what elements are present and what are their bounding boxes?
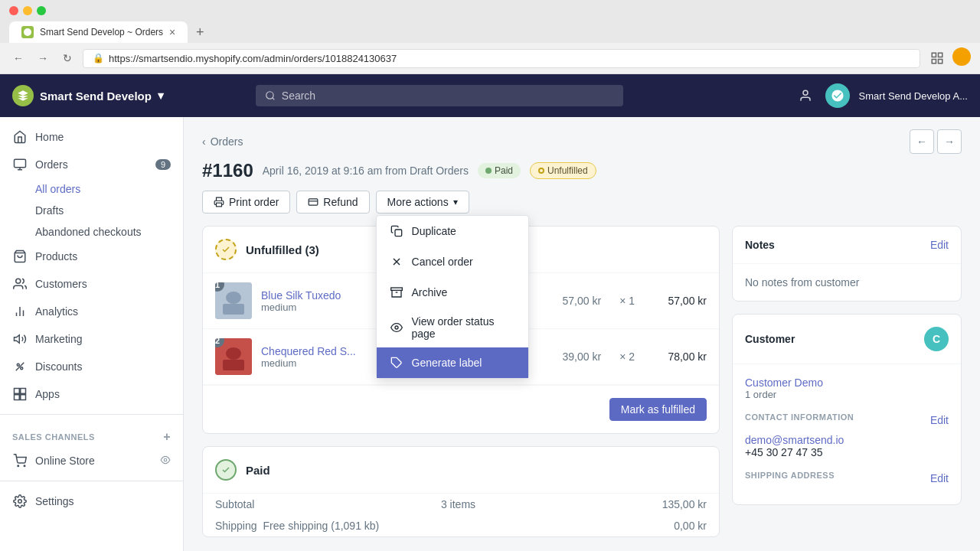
sidebar-item-home[interactable]: Home	[0, 123, 183, 151]
sidebar-item-orders[interactable]: Orders 9	[0, 151, 183, 178]
sidebar-item-abandoned[interactable]: Abandoned checkouts	[35, 221, 183, 243]
product-qty-1: × 1	[619, 295, 635, 307]
subtotal-items: 3 items	[441, 498, 475, 510]
sidebar-item-settings[interactable]: Settings	[0, 487, 183, 515]
notes-edit-button[interactable]: Edit	[930, 239, 949, 251]
forward-button[interactable]: →	[34, 49, 52, 67]
shipping-value: 0,00 kr	[674, 520, 707, 532]
notifications-button[interactable]	[795, 85, 816, 106]
dropdown-item-archive-label: Archive	[412, 286, 448, 298]
tab-favicon	[21, 26, 34, 38]
traffic-light-yellow[interactable]	[23, 6, 32, 15]
order-number: #1160	[202, 160, 253, 181]
svg-rect-39	[223, 304, 244, 315]
traffic-light-red[interactable]	[9, 6, 18, 15]
svg-rect-21	[15, 395, 20, 400]
breadcrumb-label: Orders	[211, 135, 243, 148]
contact-email[interactable]: demo@smartsend.io	[745, 434, 949, 446]
traffic-light-green[interactable]	[37, 6, 46, 15]
archive-icon	[389, 285, 404, 300]
right-panel: Notes Edit No notes from customer Custom…	[732, 226, 962, 549]
online-store-icon	[12, 453, 28, 468]
discounts-icon	[12, 359, 28, 374]
sidebar-item-all-orders[interactable]: All orders	[35, 178, 183, 200]
contact-edit-button[interactable]: Edit	[930, 414, 949, 426]
profile-button[interactable]	[952, 47, 971, 66]
sidebar-item-drafts[interactable]: Drafts	[35, 200, 183, 221]
dropdown-item-view-status-label: View order status page	[412, 315, 516, 340]
paid-card: Paid Subtotal 3 items 135,00 kr Shipping…	[202, 446, 720, 537]
sidebar-item-analytics[interactable]: Analytics	[0, 298, 183, 325]
online-store-visibility-icon[interactable]	[160, 455, 171, 468]
print-order-button[interactable]: Print order	[202, 191, 290, 214]
sidebar-item-online-store[interactable]: Online Store	[0, 447, 183, 474]
extensions-button[interactable]	[926, 47, 948, 69]
search-bar[interactable]: Search	[256, 85, 623, 106]
unfulfilled-card-title: Unfulfilled (3)	[246, 243, 319, 256]
sidebar-item-customers-label: Customers	[35, 278, 87, 290]
unfulfilled-card-footer: Mark as fulfilled	[203, 385, 719, 433]
order-date: April 16, 2019 at 9:16 am from Draft Ord…	[263, 165, 469, 177]
eye-icon	[389, 320, 404, 335]
dropdown-chevron-icon: ▾	[453, 197, 458, 207]
search-icon	[265, 90, 276, 101]
customer-orders: 1 order	[745, 389, 949, 400]
brand-chevron: ▾	[158, 89, 164, 103]
breadcrumb[interactable]: ‹ Orders	[202, 135, 243, 148]
dropdown-item-view-status[interactable]: View order status page	[377, 308, 528, 347]
shipping-label: Shipping	[215, 520, 257, 532]
sales-channels-add-button[interactable]: +	[163, 430, 171, 444]
more-actions-button[interactable]: More actions ▾	[376, 191, 469, 214]
avatar[interactable]	[825, 83, 850, 108]
order-actions: Print order Refund More actions ▾ D	[184, 191, 980, 226]
notes-card-header: Notes Edit	[733, 227, 961, 264]
sidebar-item-marketing[interactable]: Marketing	[0, 325, 183, 353]
sidebar-item-analytics-label: Analytics	[35, 305, 78, 318]
x-icon	[389, 254, 404, 269]
sales-channels-section: SALES CHANNELS +	[0, 421, 183, 447]
customer-avatar: C	[924, 327, 949, 351]
brand-logo[interactable]: Smart Send Develop ▾	[12, 85, 164, 106]
next-order-button[interactable]: →	[937, 129, 962, 154]
svg-rect-4	[939, 60, 942, 64]
svg-rect-1	[932, 53, 936, 57]
subtotal-value: 135,00 kr	[662, 498, 707, 510]
sidebar-item-apps[interactable]: Apps	[0, 380, 183, 408]
notes-card-body: No notes from customer	[733, 264, 961, 301]
back-button[interactable]: ←	[9, 49, 28, 67]
shipping-edit-button[interactable]: Edit	[930, 472, 949, 484]
svg-point-17	[21, 367, 23, 370]
browser-tab[interactable]: Smart Send Develop ~ Orders ×	[9, 21, 188, 43]
prev-order-button[interactable]: ←	[910, 129, 934, 154]
refresh-button[interactable]: ↻	[58, 49, 77, 67]
url-bar[interactable]: 🔒 https://smartsendio.myshopify.com/admi…	[83, 49, 920, 68]
sidebar-item-online-store-label: Online Store	[35, 455, 95, 467]
dropdown-item-archive[interactable]: Archive	[377, 277, 528, 308]
svg-rect-28	[309, 199, 318, 205]
svg-rect-20	[21, 389, 26, 394]
mark-as-fulfilled-button[interactable]: Mark as fulfilled	[609, 398, 707, 421]
lock-icon: 🔒	[93, 53, 104, 64]
sidebar-item-discounts[interactable]: Discounts	[0, 353, 183, 380]
marketing-icon	[12, 331, 28, 347]
svg-point-16	[17, 364, 19, 366]
svg-rect-22	[21, 395, 26, 400]
customer-name[interactable]: Customer Demo	[745, 377, 949, 389]
sidebar-item-products[interactable]: Products	[0, 243, 183, 270]
sidebar-item-orders-label: Orders	[35, 158, 68, 171]
user-label: Smart Send Develop A...	[859, 90, 968, 102]
more-actions-label: More actions	[387, 196, 449, 208]
topnav-right: Smart Send Develop A...	[795, 83, 968, 108]
dropdown-item-cancel[interactable]: Cancel order	[377, 246, 528, 277]
label-icon	[389, 355, 404, 370]
refund-button[interactable]: Refund	[296, 191, 369, 214]
more-actions-dropdown: More actions ▾ Duplicate	[376, 191, 469, 214]
more-actions-menu: Duplicate Cancel order Archive	[376, 215, 529, 379]
dropdown-item-duplicate[interactable]: Duplicate	[377, 216, 528, 246]
tab-close-button[interactable]: ×	[169, 26, 175, 38]
sidebar-item-apps-label: Apps	[35, 388, 60, 400]
sidebar-item-home-label: Home	[35, 131, 64, 143]
sidebar-item-customers[interactable]: Customers	[0, 270, 183, 298]
dropdown-item-generate-label[interactable]: Generate label	[377, 347, 528, 378]
new-tab-button[interactable]: +	[189, 21, 211, 43]
